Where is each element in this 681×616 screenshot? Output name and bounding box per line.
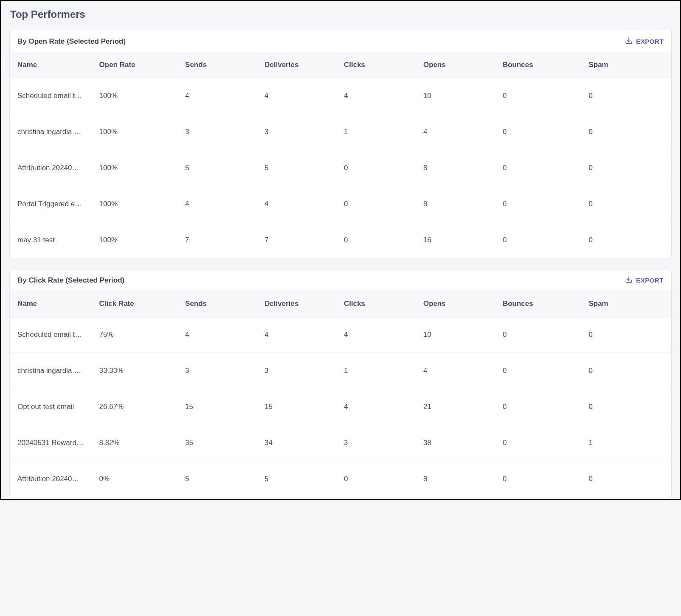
cell-opens: 10 xyxy=(420,317,499,353)
col-header-name[interactable]: Name xyxy=(10,52,96,78)
cell-name: Attribution 20240… xyxy=(10,461,96,497)
cell-name: may 31 test xyxy=(10,222,96,258)
cell-spam: 0 xyxy=(585,353,671,389)
cell-rate: 8.82% xyxy=(96,425,182,461)
open-rate-table: Name Open Rate Sends Deliveries Clicks O… xyxy=(10,52,671,258)
cell-spam: 0 xyxy=(585,317,671,353)
cell-bounces: 0 xyxy=(499,150,585,186)
cell-rate: 75% xyxy=(96,317,182,353)
cell-bounces: 0 xyxy=(499,186,585,222)
cell-deliveries: 3 xyxy=(261,353,340,389)
col-header-spam[interactable]: Spam xyxy=(585,52,671,78)
table-row[interactable]: Attribution 20240… 100% 5 5 0 8 0 0 xyxy=(10,150,671,186)
cell-sends: 4 xyxy=(182,317,261,353)
cell-deliveries: 15 xyxy=(261,389,340,425)
cell-sends: 3 xyxy=(182,114,261,150)
cell-rate: 100% xyxy=(96,186,182,222)
cell-sends: 35 xyxy=(182,425,261,461)
cell-opens: 8 xyxy=(420,461,499,497)
cell-deliveries: 4 xyxy=(261,186,340,222)
cell-clicks: 0 xyxy=(340,461,420,497)
table-row[interactable]: christina ingardia … 33.33% 3 3 1 4 0 0 xyxy=(10,353,671,389)
cell-clicks: 4 xyxy=(340,317,420,353)
table-row[interactable]: christina ingardia … 100% 3 3 1 4 0 0 xyxy=(10,114,671,150)
cell-bounces: 0 xyxy=(499,78,585,114)
table-header-row: Name Open Rate Sends Deliveries Clicks O… xyxy=(10,52,671,78)
col-header-clicks[interactable]: Clicks xyxy=(340,52,420,78)
cell-bounces: 0 xyxy=(499,353,585,389)
table-row[interactable]: Scheduled email t… 100% 4 4 4 10 0 0 xyxy=(10,78,671,114)
cell-clicks: 4 xyxy=(340,389,420,425)
cell-clicks: 0 xyxy=(340,222,420,258)
page-title: Top Performers xyxy=(1,1,680,30)
card-header: By Open Rate (Selected Period) EXPORT xyxy=(10,30,671,52)
cell-clicks: 0 xyxy=(340,150,420,186)
col-header-bounces[interactable]: Bounces xyxy=(499,291,585,317)
cell-clicks: 1 xyxy=(340,114,420,150)
cell-name: Opt out test email xyxy=(10,389,96,425)
export-button[interactable]: EXPORT xyxy=(625,276,664,285)
col-header-opens[interactable]: Opens xyxy=(420,291,499,317)
table-row[interactable]: Scheduled email t… 75% 4 4 4 10 0 0 xyxy=(10,317,671,353)
col-header-rate[interactable]: Click Rate xyxy=(96,291,182,317)
download-icon xyxy=(625,276,633,285)
cell-name: Portal Triggered e… xyxy=(10,186,96,222)
col-header-rate[interactable]: Open Rate xyxy=(96,52,182,78)
col-header-deliveries[interactable]: Deliveries xyxy=(261,291,340,317)
cell-deliveries: 4 xyxy=(261,317,340,353)
cell-sends: 15 xyxy=(182,389,261,425)
cell-name: 20240531 Reward… xyxy=(10,425,96,461)
cell-spam: 0 xyxy=(585,461,671,497)
cell-bounces: 0 xyxy=(499,425,585,461)
cell-sends: 7 xyxy=(182,222,261,258)
click-rate-table: Name Click Rate Sends Deliveries Clicks … xyxy=(10,291,671,497)
card-title: By Open Rate (Selected Period) xyxy=(17,37,126,46)
cell-rate: 0% xyxy=(96,461,182,497)
cell-deliveries: 4 xyxy=(261,78,340,114)
table-row[interactable]: may 31 test 100% 7 7 0 16 0 0 xyxy=(10,222,671,258)
download-icon xyxy=(625,37,633,46)
col-header-bounces[interactable]: Bounces xyxy=(499,52,585,78)
cell-rate: 100% xyxy=(96,114,182,150)
cell-rate: 100% xyxy=(96,78,182,114)
export-label: EXPORT xyxy=(636,277,664,284)
cell-spam: 0 xyxy=(585,114,671,150)
cell-bounces: 0 xyxy=(499,389,585,425)
col-header-sends[interactable]: Sends xyxy=(182,52,261,78)
cell-clicks: 3 xyxy=(340,425,420,461)
cell-opens: 38 xyxy=(420,425,499,461)
col-header-spam[interactable]: Spam xyxy=(585,291,671,317)
table-header-row: Name Click Rate Sends Deliveries Clicks … xyxy=(10,291,671,317)
col-header-deliveries[interactable]: Deliveries xyxy=(261,52,340,78)
export-button[interactable]: EXPORT xyxy=(625,37,664,46)
cell-spam: 0 xyxy=(585,186,671,222)
cell-bounces: 0 xyxy=(499,317,585,353)
export-label: EXPORT xyxy=(636,38,664,45)
cell-name: Attribution 20240… xyxy=(10,150,96,186)
cell-rate: 100% xyxy=(96,150,182,186)
cell-opens: 21 xyxy=(420,389,499,425)
cell-opens: 8 xyxy=(420,186,499,222)
cell-opens: 4 xyxy=(420,114,499,150)
cell-opens: 4 xyxy=(420,353,499,389)
table-row[interactable]: Opt out test email 26.67% 15 15 4 21 0 0 xyxy=(10,389,671,425)
col-header-sends[interactable]: Sends xyxy=(182,291,261,317)
cell-spam: 1 xyxy=(585,425,671,461)
table-row[interactable]: Portal Triggered e… 100% 4 4 0 8 0 0 xyxy=(10,186,671,222)
card-header: By Click Rate (Selected Period) EXPORT xyxy=(10,269,671,291)
table-row[interactable]: 20240531 Reward… 8.82% 35 34 3 38 0 1 xyxy=(10,425,671,461)
cell-clicks: 0 xyxy=(340,186,420,222)
cell-deliveries: 5 xyxy=(261,461,340,497)
cell-deliveries: 3 xyxy=(261,114,340,150)
cell-spam: 0 xyxy=(585,222,671,258)
cell-bounces: 0 xyxy=(499,222,585,258)
cell-name: Scheduled email t… xyxy=(10,317,96,353)
cell-opens: 16 xyxy=(420,222,499,258)
table-row[interactable]: Attribution 20240… 0% 5 5 0 8 0 0 xyxy=(10,461,671,497)
cell-name: christina ingardia … xyxy=(10,114,96,150)
col-header-name[interactable]: Name xyxy=(10,291,96,317)
cell-spam: 0 xyxy=(585,78,671,114)
col-header-opens[interactable]: Opens xyxy=(420,52,499,78)
card-title: By Click Rate (Selected Period) xyxy=(17,276,124,285)
col-header-clicks[interactable]: Clicks xyxy=(340,291,420,317)
